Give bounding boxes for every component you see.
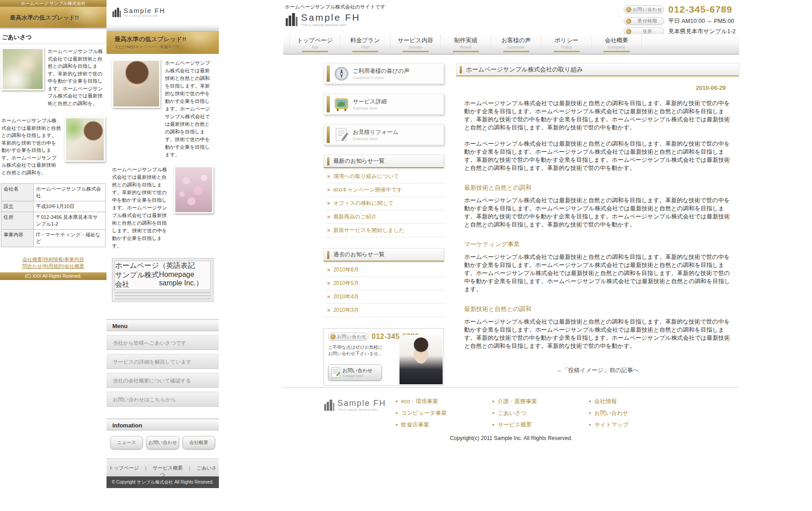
previous-article-link[interactable]: ←「投稿イメージ」前の記事へ <box>556 367 639 373</box>
mobile-intro-block-2: ホームページサンプル株式会社では最新技術と自然との調和を目指します。革新的な技術… <box>0 113 106 176</box>
address-value: 〒012-3456 見本県見本市サンプル1-2 <box>34 212 106 230</box>
footer-link[interactable]: eco・環境事業 <box>401 398 438 404</box>
logo-tagline: This is sample fainance web. <box>124 14 165 17</box>
link-tech-info[interactable]: 技術情報 <box>44 257 63 262</box>
footer-link[interactable]: 会社情報 <box>594 398 617 404</box>
footer-logo[interactable]: Sample FH This is sample fainance web. <box>324 399 386 412</box>
company-button[interactable]: 会社概要 <box>182 436 215 449</box>
news-heading-label: 過去のお知らせ一覧 <box>333 251 385 258</box>
company-name-label: 会社名 <box>1 184 34 201</box>
link-contact[interactable]: 問合わせ <box>22 263 42 269</box>
table-row <box>115 298 211 299</box>
tab-label: ポリシー <box>541 36 591 44</box>
information-heading: Infomation <box>106 418 219 431</box>
chevron-icon: » <box>327 293 330 300</box>
contact-button[interactable]: お問い合わせ <box>146 436 179 449</box>
chevron-icon: » <box>327 280 330 286</box>
sidebar: ご利用者様の喜びの声 Customer's Voice サービス詳細 Estim… <box>324 63 444 386</box>
news-link[interactable]: 新規サービスを開始しました <box>333 227 404 233</box>
chevron-icon: » <box>327 307 330 313</box>
table-row: 住所 〒012-3456 見本県見本市サンプル1-2 <box>1 212 106 230</box>
bullet-icon: ● <box>492 411 494 415</box>
footer-link-item: ●ごあいさつ <box>492 409 589 417</box>
chevron-icon: » <box>327 173 330 179</box>
table-row <box>115 292 211 293</box>
desktop-logo[interactable]: Sample FH This is sample fainance web. <box>285 12 360 27</box>
chevron-icon: » <box>327 213 330 220</box>
news-link[interactable]: オフィスの移転に関して <box>333 200 394 206</box>
menu-item-greeting[interactable]: 当社から皆様へごあいさつです <box>106 334 219 350</box>
banner-estimate-form[interactable]: お見積りフォーム Estimate form <box>324 124 444 145</box>
news-button[interactable]: ニュース <box>110 436 143 449</box>
past-news-list: »2010年6月 »2010年5月 »2010年4月 »2010年3月 <box>324 262 444 317</box>
bullet-icon: ● <box>589 399 591 404</box>
tab-top[interactable]: トップページ Top <box>289 34 340 53</box>
archive-link[interactable]: 2010年3月 <box>333 307 359 313</box>
company-name-jp: ホームページサンプル株式会社 <box>115 261 159 289</box>
news-link[interactable]: ecoキャンペーン開催中です <box>333 187 402 193</box>
article-title-box: ホームページサンプル株式会社の取り組み <box>456 63 739 76</box>
building-logo-icon <box>285 12 297 27</box>
news-item: »新規サービスを開始しました <box>326 224 443 237</box>
pill-label: お問い合わせ <box>336 333 368 340</box>
footer-column-business: ●eco・環境事業 ●コンピュータ事業 ●飲食店事業 <box>395 398 492 433</box>
tab-sublabel: Plan <box>340 45 390 49</box>
news-link[interactable]: 最新商品のご紹介 <box>333 213 377 220</box>
footer-link[interactable]: コンピュータ事業 <box>401 410 446 416</box>
mobile-company-table: 会社名 ホームページサンプル株式会社 設立 平成10年1月10日 住所 〒012… <box>1 183 106 247</box>
footer-link[interactable]: サイトマップ <box>594 422 629 428</box>
link-company-overview[interactable]: 会社概要 <box>22 257 42 262</box>
footnav-top[interactable]: トップページ <box>109 465 139 471</box>
news-link[interactable]: 環境への取り組みについて <box>333 173 399 179</box>
past-news-box: 過去のお知らせ一覧 »2010年6月 »2010年5月 »2010年4月 »20… <box>324 248 444 317</box>
footer-link-item: ●サイトマップ <box>589 421 685 429</box>
tab-company[interactable]: 会社概要 Company <box>591 34 642 53</box>
header-divider-band <box>106 25 219 31</box>
tablet-footer-nav: トップページ｜サービス概要｜ごあいさつ <box>106 458 219 476</box>
menu-item-service[interactable]: サービスの詳細を解説しています <box>106 353 219 369</box>
tab-plan[interactable]: 料金プラン Plan <box>340 34 390 53</box>
footer-link[interactable]: お問い合わせ <box>594 410 628 416</box>
compass-icon <box>334 66 349 81</box>
tablet-hero-subline: 今だけ特別キャンペーン実施中です。 <box>115 44 219 50</box>
menu-item-company[interactable]: 当社の会社概要について確認する <box>106 372 219 388</box>
logo-name: Sample FH <box>301 12 360 23</box>
banner-customers-voice[interactable]: ご利用者様の喜びの声 Customer's Voice <box>324 63 444 84</box>
tab-result[interactable]: 制作実績 Result <box>440 34 491 53</box>
news-item: »環境への取り組みについて <box>326 170 443 183</box>
footer-link[interactable]: ごあいさつ <box>497 410 526 416</box>
tab-customer[interactable]: お客様の声 Customer <box>491 34 541 53</box>
archive-link[interactable]: 2010年6月 <box>333 267 359 273</box>
footer-link-columns: ●eco・環境事業 ●コンピュータ事業 ●飲食店事業 ●介護・医療事業 ●ごあい… <box>395 398 685 433</box>
link-company-overview-2[interactable]: 会社概要 <box>65 263 84 269</box>
footnav-service[interactable]: サービス概要 <box>153 465 183 471</box>
mobile-intro-block-1: ホームページサンプル株式会社では最新技術と自然との調和を目指します。革新的な技術… <box>0 44 106 107</box>
tablet-logo[interactable]: Sample FH This is sample fainance web. <box>112 7 219 18</box>
archive-link[interactable]: 2010年5月 <box>333 280 359 286</box>
footer-link[interactable]: 介護・医療事業 <box>497 398 537 404</box>
banner-service-detail[interactable]: サービス詳細 Estimate form <box>324 93 444 115</box>
pill-label: お問い合わせ <box>631 6 664 13</box>
footer-link[interactable]: サービス概要 <box>497 422 532 428</box>
tablet-viewport: Sample FH This is sample fainance web. 最… <box>106 0 219 488</box>
archive-link[interactable]: 2010年4月 <box>333 293 359 300</box>
tablet-company-table: ホームページサンプル株式会社 （英語表記 Homepage sample Inc… <box>112 258 213 302</box>
tab-label: トップページ <box>290 36 340 44</box>
table-row <box>115 295 211 296</box>
address-label: 住所 <box>1 212 34 230</box>
mobile-intro-paragraph-2: ホームページサンプル株式会社では最新技術と自然との調和を目指します。革新的な技術… <box>1 117 61 176</box>
footer-link[interactable]: 飲食店事業 <box>401 422 429 428</box>
link-terms[interactable]: 利用規約 <box>44 263 63 269</box>
tab-sublabel: Top <box>290 45 340 49</box>
footer-link-item: ●会社情報 <box>589 398 685 405</box>
contact-form-button[interactable]: お問い合わせ Contact form <box>328 364 382 381</box>
menu-item-contact[interactable]: お問い合わせはこちらから <box>106 391 219 407</box>
tab-service[interactable]: サービス内容 Service <box>390 34 440 53</box>
mobile-footer-links: 会社概要|技術情報|事業内容 問合わせ|利用規約|会社概要 <box>0 256 106 270</box>
main-content: ホームページサンプル株式会社の取り組み 2010-06-29 ホームページサンプ… <box>456 63 739 374</box>
tablet-body: ホームページサンプル株式会社では最新技術と自然との調和を目指します。革新的な技術… <box>106 54 219 307</box>
tab-policy[interactable]: ポリシー Policy <box>541 34 591 53</box>
link-business[interactable]: 事業内容 <box>64 257 84 262</box>
previous-article-link-wrap: ←「投稿イメージ」前の記事へ <box>456 366 739 374</box>
mobile-title-bar: ホームページ サンプル株式会社 <box>0 0 106 7</box>
